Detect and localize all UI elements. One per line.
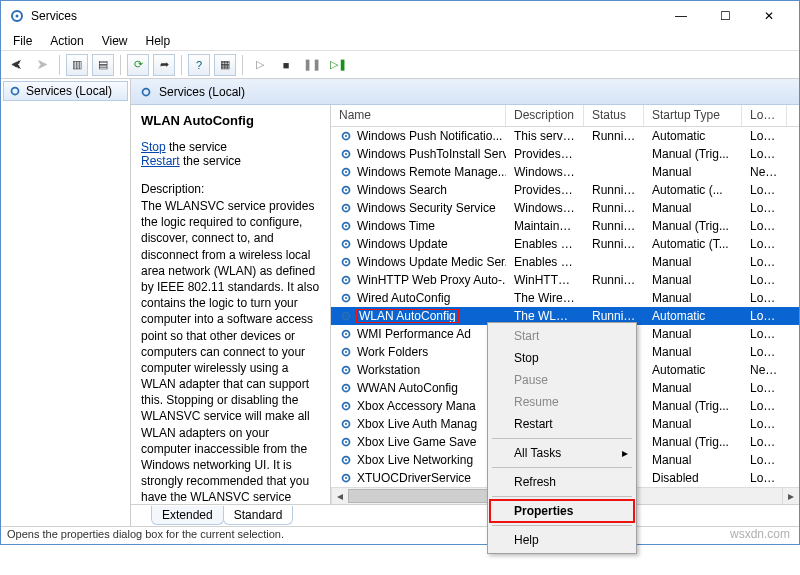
svg-point-29 bbox=[345, 351, 347, 353]
svg-point-1 bbox=[16, 15, 19, 18]
service-name: Windows Remote Manage... bbox=[357, 165, 506, 179]
ctx-help[interactable]: Help bbox=[490, 529, 634, 551]
col-status[interactable]: Status bbox=[584, 105, 644, 126]
service-status: Running bbox=[584, 273, 644, 287]
back-button[interactable]: ⮜ bbox=[5, 54, 27, 76]
svg-point-27 bbox=[345, 333, 347, 335]
ctx-properties[interactable]: Properties bbox=[490, 500, 634, 522]
start-service-button[interactable]: ▷ bbox=[249, 54, 271, 76]
service-status: Running bbox=[584, 129, 644, 143]
table-row[interactable]: Windows SearchProvides co...RunningAutom… bbox=[331, 181, 799, 199]
service-name: Xbox Live Auth Manag bbox=[357, 417, 477, 431]
gear-icon bbox=[339, 381, 353, 395]
svg-point-3 bbox=[143, 88, 150, 95]
gear-icon bbox=[339, 147, 353, 161]
service-name: WLAN AutoConfig bbox=[357, 309, 458, 323]
service-name: Work Folders bbox=[357, 345, 428, 359]
service-startup: Manual bbox=[644, 201, 742, 215]
service-startup: Automatic (... bbox=[644, 183, 742, 197]
svg-point-21 bbox=[345, 279, 347, 281]
watermark: wsxdn.com bbox=[730, 527, 790, 541]
service-logon: Local Sy bbox=[742, 147, 787, 161]
maximize-button[interactable]: ☐ bbox=[703, 2, 747, 30]
service-startup: Manual bbox=[644, 345, 742, 359]
table-row[interactable]: Windows Remote Manage...Windows R...Manu… bbox=[331, 163, 799, 181]
menu-file[interactable]: File bbox=[5, 32, 40, 50]
forward-button[interactable]: ⮞ bbox=[31, 54, 53, 76]
gear-icon bbox=[339, 453, 353, 467]
col-description[interactable]: Description bbox=[506, 105, 584, 126]
col-name[interactable]: Name bbox=[331, 105, 506, 126]
svg-point-17 bbox=[345, 243, 347, 245]
service-logon: Local Sy bbox=[742, 399, 787, 413]
svg-point-33 bbox=[345, 387, 347, 389]
stop-service-button[interactable]: ■ bbox=[275, 54, 297, 76]
tab-standard[interactable]: Standard bbox=[223, 506, 294, 525]
ctx-refresh[interactable]: Refresh bbox=[490, 471, 634, 493]
gear-icon bbox=[339, 363, 353, 377]
service-name: Xbox Live Networking bbox=[357, 453, 473, 467]
service-name: WinHTTP Web Proxy Auto-... bbox=[357, 273, 506, 287]
svg-point-13 bbox=[345, 207, 347, 209]
table-row[interactable]: Windows Push Notificatio...This service … bbox=[331, 127, 799, 145]
table-row[interactable]: Wired AutoConfigThe Wired A...ManualLoca… bbox=[331, 289, 799, 307]
scroll-right-button[interactable]: ▸ bbox=[782, 488, 799, 504]
col-logon[interactable]: Log On bbox=[742, 105, 787, 126]
restart-service-button[interactable]: ▷❚ bbox=[327, 54, 349, 76]
minimize-button[interactable]: — bbox=[659, 2, 703, 30]
gear-icon bbox=[339, 399, 353, 413]
export-button[interactable]: ➦ bbox=[153, 54, 175, 76]
details-button[interactable]: ▦ bbox=[214, 54, 236, 76]
help-button[interactable]: ? bbox=[188, 54, 210, 76]
show-hide-tree-button[interactable]: ▥ bbox=[66, 54, 88, 76]
tree-item-services-local[interactable]: Services (Local) bbox=[3, 81, 128, 101]
service-name: Wired AutoConfig bbox=[357, 291, 450, 305]
service-title: WLAN AutoConfig bbox=[141, 113, 320, 128]
service-logon: Local Sy bbox=[742, 237, 787, 251]
pause-service-button[interactable]: ❚❚ bbox=[301, 54, 323, 76]
service-name: Windows Update bbox=[357, 237, 448, 251]
service-logon: Local Sy bbox=[742, 417, 787, 431]
service-logon: Local Sy bbox=[742, 435, 787, 449]
gear-icon bbox=[339, 237, 353, 251]
table-row[interactable]: Windows TimeMaintains d...RunningManual … bbox=[331, 217, 799, 235]
ctx-all-tasks[interactable]: All Tasks bbox=[490, 442, 634, 464]
service-logon: Local Sy bbox=[742, 291, 787, 305]
close-button[interactable]: ✕ bbox=[747, 2, 791, 30]
col-startup[interactable]: Startup Type bbox=[644, 105, 742, 126]
properties-button[interactable]: ▤ bbox=[92, 54, 114, 76]
gear-icon bbox=[139, 85, 153, 99]
service-desc: WinHTTP i... bbox=[506, 273, 584, 287]
menu-view[interactable]: View bbox=[94, 32, 136, 50]
gear-icon bbox=[339, 165, 353, 179]
refresh-button[interactable]: ⟳ bbox=[127, 54, 149, 76]
svg-point-15 bbox=[345, 225, 347, 227]
menu-help[interactable]: Help bbox=[138, 32, 179, 50]
service-logon: Local Se bbox=[742, 345, 787, 359]
scroll-left-button[interactable]: ◂ bbox=[331, 488, 348, 504]
service-name: XTUOCDriverService bbox=[357, 471, 471, 485]
stop-link[interactable]: Stop bbox=[141, 140, 166, 154]
ctx-restart[interactable]: Restart bbox=[490, 413, 634, 435]
service-desc: Enables the ... bbox=[506, 237, 584, 251]
table-row[interactable]: Windows Update Medic Ser...Enables rem..… bbox=[331, 253, 799, 271]
service-name: Xbox Live Game Save bbox=[357, 435, 476, 449]
gear-icon bbox=[339, 183, 353, 197]
service-desc: Windows S... bbox=[506, 201, 584, 215]
svg-point-35 bbox=[345, 405, 347, 407]
table-row[interactable]: Windows Security ServiceWindows S...Runn… bbox=[331, 199, 799, 217]
service-name: Windows Search bbox=[357, 183, 447, 197]
table-row[interactable]: WinHTTP Web Proxy Auto-...WinHTTP i...Ru… bbox=[331, 271, 799, 289]
tab-extended[interactable]: Extended bbox=[151, 506, 224, 525]
table-row[interactable]: Windows UpdateEnables the ...RunningAuto… bbox=[331, 235, 799, 253]
ctx-stop[interactable]: Stop bbox=[490, 347, 634, 369]
menu-action[interactable]: Action bbox=[42, 32, 91, 50]
service-startup: Manual bbox=[644, 291, 742, 305]
service-desc: Windows R... bbox=[506, 165, 584, 179]
titlebar[interactable]: Services — ☐ ✕ bbox=[1, 1, 799, 31]
gear-icon bbox=[339, 327, 353, 341]
table-row[interactable]: Windows PushToInstall Serv...Provides in… bbox=[331, 145, 799, 163]
service-startup: Automatic bbox=[644, 309, 742, 323]
restart-link[interactable]: Restart bbox=[141, 154, 180, 168]
description-label: Description: bbox=[141, 182, 320, 196]
